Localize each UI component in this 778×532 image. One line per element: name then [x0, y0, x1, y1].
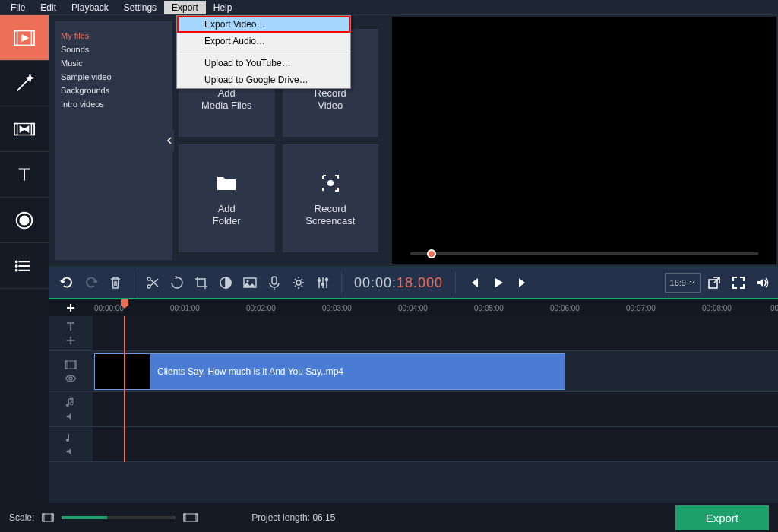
audio-track-2[interactable]: [49, 427, 778, 462]
color-button[interactable]: [215, 272, 236, 293]
fit-icon[interactable]: [183, 513, 198, 522]
file-item-samplevideo[interactable]: Sample video: [61, 70, 166, 84]
menubar: File Edit Playback Settings Export Help: [0, 0, 778, 15]
menu-file[interactable]: File: [3, 1, 33, 14]
menu-edit[interactable]: Edit: [33, 1, 64, 14]
svg-rect-36: [184, 514, 185, 521]
record-voice-button[interactable]: [264, 272, 285, 293]
detach-button[interactable]: [704, 272, 725, 293]
skip-back-icon: [466, 275, 482, 290]
eye-icon[interactable]: [65, 372, 77, 385]
menu-export-video[interactable]: Export Video…: [177, 16, 350, 33]
svg-rect-30: [74, 361, 76, 369]
ruler-tick: 00:01:00: [170, 304, 200, 312]
svg-rect-35: [184, 514, 198, 521]
tool-transitions[interactable]: [0, 106, 49, 152]
play-button[interactable]: [488, 272, 509, 293]
music-note-icon: [65, 397, 77, 409]
tool-more[interactable]: [0, 243, 49, 289]
crop-button[interactable]: [191, 272, 212, 293]
mute-icon[interactable]: [65, 410, 77, 423]
tile-label: AddMedia Files: [201, 87, 251, 112]
delete-button[interactable]: [105, 272, 126, 293]
collapse-filelist[interactable]: [165, 130, 174, 151]
menu-export[interactable]: Export: [164, 1, 206, 14]
undo-button[interactable]: [56, 272, 77, 293]
timeline-ruler[interactable]: 00:00:00 00:01:00 00:02:00 00:03:00 00:0…: [49, 299, 778, 316]
gear-icon: [291, 275, 306, 290]
chevron-left-icon: [166, 136, 172, 145]
text-icon: [13, 163, 36, 186]
add-track-button[interactable]: [49, 299, 93, 316]
svg-rect-29: [65, 361, 67, 369]
svg-rect-34: [52, 514, 53, 521]
next-button[interactable]: [512, 272, 533, 293]
svg-point-24: [318, 279, 321, 281]
export-button[interactable]: Export: [675, 505, 769, 530]
scale-slider[interactable]: [62, 516, 176, 519]
track-head: [49, 351, 93, 391]
video-clip[interactable]: Clients Say, How much is it And You Say,…: [94, 353, 565, 390]
main-area: My files Sounds Music Sample video Backg…: [0, 15, 778, 503]
equalizer-button[interactable]: [312, 272, 334, 293]
plus-small-icon[interactable]: [65, 334, 77, 347]
text-icon: [65, 321, 77, 333]
menu-help[interactable]: Help: [206, 1, 240, 14]
music-note-icon: [65, 432, 77, 444]
file-item-introvideos[interactable]: Intro videos: [61, 97, 166, 111]
transition-icon: [13, 118, 36, 141]
file-item-myfiles[interactable]: My files: [61, 29, 166, 43]
svg-rect-22: [272, 277, 277, 284]
scissors-icon: [145, 275, 160, 290]
menu-export-audio[interactable]: Export Audio…: [177, 33, 350, 49]
svg-rect-5: [31, 123, 34, 135]
menu-playback[interactable]: Playback: [64, 1, 116, 14]
upper-panels: My files Sounds Music Sample video Backg…: [49, 15, 778, 266]
fit-icon[interactable]: [42, 513, 54, 522]
undo-icon: [59, 275, 74, 290]
timecode-display: 00:00:18.000: [346, 274, 451, 291]
menu-upload-youtube[interactable]: Upload to YouTube…: [177, 55, 350, 71]
menu-settings[interactable]: Settings: [116, 1, 164, 14]
tile-label: AddFolder: [213, 203, 241, 227]
rotate-button[interactable]: [166, 272, 188, 293]
tool-titles[interactable]: [0, 152, 49, 198]
title-track[interactable]: [49, 316, 778, 351]
ruler-tick: 00:03:00: [322, 304, 352, 312]
redo-button[interactable]: [81, 272, 102, 293]
volume-button[interactable]: [752, 272, 773, 293]
fullscreen-icon: [731, 275, 746, 290]
ruler-tick: 00:08:00: [702, 304, 732, 312]
cut-button[interactable]: [142, 272, 163, 293]
file-item-sounds[interactable]: Sounds: [61, 43, 166, 56]
svg-rect-37: [196, 514, 198, 521]
preview-playhead-dot[interactable]: [427, 249, 436, 258]
file-item-music[interactable]: Music: [61, 56, 166, 70]
editor-toolbar: 00:00:18.000 16:9: [49, 266, 778, 299]
settings-button[interactable]: [288, 272, 309, 293]
track-head: [49, 427, 93, 461]
file-item-backgrounds[interactable]: Backgrounds: [61, 84, 166, 97]
tool-filters[interactable]: [0, 61, 49, 106]
mute-icon[interactable]: [65, 445, 77, 458]
svg-point-31: [69, 377, 72, 380]
ruler-tick: 00:07:00: [626, 304, 656, 312]
fullscreen-button[interactable]: [728, 272, 749, 293]
video-track[interactable]: Clients Say, How much is it And You Say,…: [49, 351, 778, 392]
trash-icon: [108, 275, 123, 290]
tile-add-folder[interactable]: AddFolder: [179, 144, 275, 252]
svg-point-25: [322, 283, 324, 285]
aspect-ratio-button[interactable]: 16:9: [665, 273, 701, 293]
svg-point-7: [20, 216, 28, 224]
file-list: My files Sounds Music Sample video Backg…: [55, 21, 172, 260]
preview-progress[interactable]: [410, 252, 758, 255]
tile-label: RecordScreencast: [305, 203, 355, 227]
prev-button[interactable]: [463, 272, 485, 293]
tool-media[interactable]: [0, 15, 49, 61]
tool-stickers[interactable]: [0, 198, 49, 243]
audio-track-1[interactable]: [49, 392, 778, 427]
preview-player[interactable]: [392, 17, 776, 264]
clip-properties-button[interactable]: [239, 272, 261, 293]
menu-upload-gdrive[interactable]: Upload to Google Drive…: [177, 71, 350, 88]
tile-record-screencast[interactable]: RecordScreencast: [283, 144, 379, 252]
